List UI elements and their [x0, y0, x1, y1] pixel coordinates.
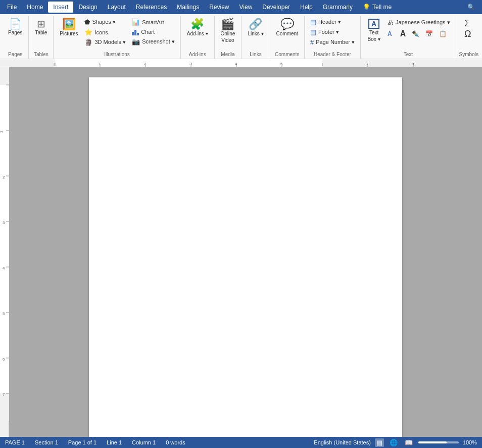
symbol-button[interactable]: Ω	[462, 28, 475, 40]
table-button[interactable]: ⊞ Table	[32, 17, 50, 37]
addins-button[interactable]: 🧩 Add-ins ▾	[184, 17, 211, 38]
svg-text:8: 8	[412, 62, 414, 66]
svg-text:2: 2	[144, 62, 147, 66]
status-page: PAGE 1	[5, 439, 25, 442]
svg-text:7: 7	[366, 62, 369, 66]
svg-text:2: 2	[3, 175, 5, 180]
pages-button[interactable]: 📄 Pages	[5, 17, 25, 37]
ribbon-group-comments: 💬 Comment Comments	[270, 16, 305, 59]
status-words: 0 words	[166, 439, 185, 442]
menu-layout[interactable]: Layout	[103, 2, 131, 13]
menu-grammarly[interactable]: Grammarly	[318, 2, 358, 13]
chart-icon	[132, 28, 139, 35]
smartart-button[interactable]: 📊 SmartArt	[129, 17, 177, 27]
search-icon-btn[interactable]: 🔍	[462, 2, 480, 13]
equation-button[interactable]: ∑	[462, 17, 475, 27]
japanese-button[interactable]: あ Japanese Greetings ▾	[385, 17, 453, 28]
text-col2: A A ✒️ 📅 📋	[385, 28, 453, 39]
ribbon-group-pages: 📄 Pages Pages	[2, 16, 29, 59]
datetime-icon: 📅	[425, 30, 433, 37]
icons-icon: ⭐	[84, 28, 92, 36]
ribbon-group-headerfooter: ▤ Header ▾ ▤ Footer ▾ # Page Number ▾ He…	[305, 16, 361, 59]
svg-text:4: 4	[235, 62, 237, 66]
pagenumber-icon: #	[310, 38, 314, 46]
ribbon-group-tables: ⊞ Table Tables	[29, 16, 54, 59]
menu-mailings[interactable]: Mailings	[172, 2, 204, 13]
menu-bar: File Home Insert Design Layout Reference…	[0, 0, 482, 14]
menu-view[interactable]: View	[234, 2, 258, 13]
text-items: A Text Box ▾ あ Japanese Greetings ▾ A	[364, 17, 453, 51]
textbox-button[interactable]: A Text Box ▾	[364, 17, 384, 43]
pictures-button[interactable]: 🖼️ Pictures	[57, 17, 81, 38]
dropcap-button[interactable]: A	[398, 28, 409, 39]
menu-references[interactable]: References	[131, 2, 172, 13]
shapes-icon: ⬟	[84, 18, 90, 26]
headerfooter-group-label: Header & Footer	[308, 51, 357, 59]
header-button[interactable]: ▤ Header ▾	[308, 17, 357, 27]
status-language: English (United States)	[314, 439, 371, 442]
document-page[interactable]	[89, 77, 402, 442]
menu-tellme[interactable]: 💡 Tell me	[358, 2, 397, 13]
shapes-button[interactable]: ⬟ Shapes ▾	[82, 17, 128, 27]
wordart-button[interactable]: A	[385, 28, 397, 39]
document-area[interactable]	[9, 67, 482, 442]
view-web-layout[interactable]: 🌐	[388, 438, 399, 442]
comments-group-label: Comments	[273, 51, 301, 59]
pages-group-label: Pages	[5, 51, 25, 59]
equation-icon: ∑	[464, 18, 469, 26]
textbox-icon: A	[368, 19, 379, 29]
menu-help[interactable]: Help	[295, 2, 318, 13]
object-icon: 📋	[439, 30, 447, 37]
addins-icon: 🧩	[190, 19, 204, 30]
tables-group-label: Tables	[32, 51, 50, 59]
view-read-mode[interactable]: 📖	[403, 438, 414, 442]
links-button[interactable]: 🔗 Links ▾	[245, 17, 266, 38]
status-bar: PAGE 1 Section 1 Page 1 of 1 Line 1 Colu…	[0, 437, 482, 442]
screenshot-button[interactable]: 📷 Screenshot ▾	[129, 37, 177, 47]
smartart-icon: 📊	[132, 18, 140, 26]
video-icon: 🎬	[221, 19, 234, 30]
menu-review[interactable]: Review	[204, 2, 234, 13]
ruler-svg: | 1 2 3 4 5 7 8	[9, 59, 464, 67]
illustrations-col2: 📊 SmartArt Chart 📷 Screenshot ▾	[129, 17, 177, 47]
signature-button[interactable]: ✒️	[409, 28, 422, 39]
svg-rect-17	[0, 67, 9, 85]
menu-home[interactable]: Home	[22, 2, 48, 13]
pages-icon: 📄	[9, 19, 22, 29]
table-icon: ⊞	[37, 19, 45, 29]
menu-developer[interactable]: Developer	[257, 2, 295, 13]
menu-design[interactable]: Design	[73, 2, 102, 13]
chart-button[interactable]: Chart	[129, 27, 177, 36]
svg-rect-19	[0, 393, 9, 421]
media-group-label: Media	[218, 51, 238, 59]
object-button[interactable]: 📋	[437, 28, 449, 39]
menu-file[interactable]: File	[2, 2, 22, 13]
addins-group-label: Add-ins	[184, 51, 211, 59]
footer-button[interactable]: ▤ Footer ▾	[308, 27, 357, 37]
text-col: あ Japanese Greetings ▾ A A ✒️	[385, 17, 453, 39]
ribbon-group-text: A Text Box ▾ あ Japanese Greetings ▾ A	[361, 16, 456, 59]
zoom-level[interactable]: 100%	[463, 439, 477, 442]
status-line: Line 1	[107, 439, 122, 442]
view-print-layout[interactable]: ▤	[375, 438, 384, 442]
menu-insert[interactable]: Insert	[48, 2, 73, 13]
comment-button[interactable]: 💬 Comment	[273, 17, 301, 38]
pagenumber-button[interactable]: # Page Number ▾	[308, 37, 357, 47]
illustrations-col: ⬟ Shapes ▾ ⭐ Icons 🗿 3D Models ▾	[82, 17, 128, 47]
svg-text:3: 3	[189, 62, 192, 66]
svg-text:5: 5	[3, 311, 5, 316]
wordart-icon: A	[388, 30, 392, 37]
online-video-button[interactable]: 🎬 Online Video	[218, 17, 238, 44]
links-icon: 🔗	[249, 19, 262, 30]
links-items: 🔗 Links ▾	[245, 17, 266, 51]
svg-text:|: |	[54, 62, 55, 66]
media-items: 🎬 Online Video	[218, 17, 238, 51]
svg-text:3: 3	[3, 220, 5, 225]
3dmodels-button[interactable]: 🗿 3D Models ▾	[82, 37, 128, 47]
symbols-col: ∑ Ω	[462, 17, 475, 40]
ribbon-group-illustrations: 🖼️ Pictures ⬟ Shapes ▾ ⭐ Icons 🗿 3	[54, 16, 180, 59]
zoom-slider[interactable]	[418, 441, 459, 442]
icons-button[interactable]: ⭐ Icons	[82, 27, 128, 37]
pictures-icon: 🖼️	[62, 19, 76, 30]
datetime-button[interactable]: 📅	[423, 28, 436, 39]
